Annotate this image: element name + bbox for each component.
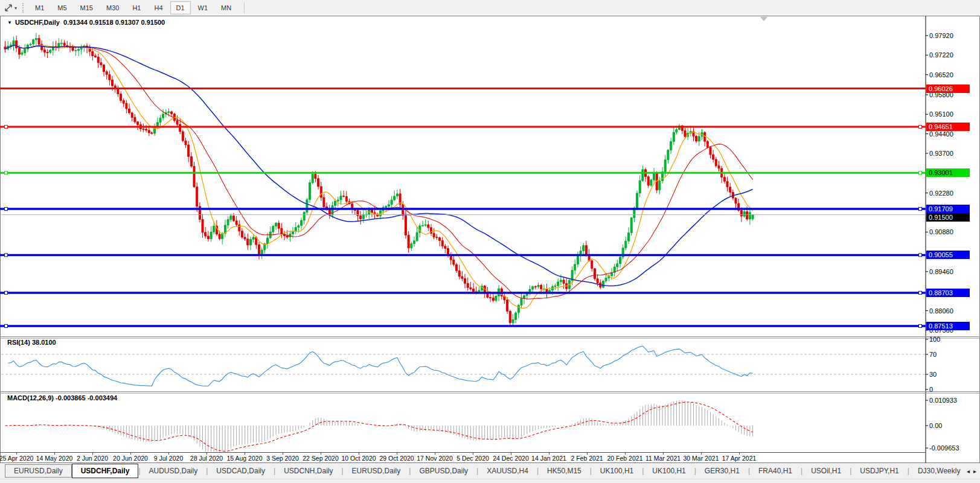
- line-handle[interactable]: [919, 126, 922, 129]
- price-chart[interactable]: [0, 16, 980, 464]
- date-tick-mark: [473, 452, 473, 455]
- chart-title: ▼USDCHF,Daily 0.91344 0.91518 0.91307 0.…: [7, 19, 165, 26]
- timeframe-button-m30[interactable]: M30: [100, 1, 125, 14]
- toolbar-grip: [22, 3, 24, 13]
- macd-axis-tick: 0.010933: [929, 397, 957, 404]
- tab-uk100-h1[interactable]: UK100,H1: [592, 465, 642, 477]
- tab-gbpusd-daily[interactable]: GBPUSD,Daily: [411, 465, 476, 477]
- tab-scroll-arrows: ◂ ▸: [963, 468, 980, 475]
- rsi-axis-tick: 30: [929, 371, 937, 378]
- chart-tabbar: EURUSD,DailyUSDCHF,Daily|AUDUSD,Daily|US…: [0, 463, 980, 479]
- tabs-scroll-left-icon[interactable]: ◂: [967, 468, 970, 475]
- date-label: 2 Jun 2020: [77, 455, 108, 462]
- tab-usdjpy-h1[interactable]: USDJPY,H1: [851, 465, 907, 477]
- line-handle[interactable]: [5, 254, 8, 257]
- price-axis-tick: 0.97220: [929, 51, 953, 59]
- hline-price-label[interactable]: 0.96026: [926, 85, 970, 93]
- timeframe-button-m1[interactable]: M1: [29, 1, 50, 14]
- date-tick-mark: [587, 452, 588, 455]
- tab-usdcnh-daily[interactable]: USDCNH,Daily: [275, 465, 341, 477]
- price-axis-tick: 0.92280: [929, 190, 953, 197]
- macd-label: MACD(12,26,9) -0.003865 -0.003494: [7, 394, 117, 401]
- tab-ger30-h1[interactable]: GER30,H1: [696, 465, 748, 477]
- chart-symbol-label: USDCHF,Daily: [15, 19, 60, 26]
- tab-usdchf-daily[interactable]: USDCHF,Daily: [72, 464, 139, 478]
- timeframe-button-h4[interactable]: H4: [148, 1, 168, 14]
- crosshair-tool-button[interactable]: ▾: [2, 1, 19, 14]
- status-bar: [0, 479, 980, 483]
- line-handle[interactable]: [5, 324, 8, 327]
- date-tick-mark: [739, 452, 740, 455]
- line-handle[interactable]: [5, 171, 8, 174]
- chart-tabs: EURUSD,DailyUSDCHF,Daily|AUDUSD,Daily|US…: [0, 463, 963, 479]
- line-handle[interactable]: [5, 291, 8, 294]
- timeframe-button-m15[interactable]: M15: [74, 1, 99, 14]
- date-label: 17 Apr 2021: [722, 455, 757, 462]
- date-label: 5 Dec 2020: [456, 455, 489, 462]
- hline-price-label[interactable]: 0.90055: [926, 251, 970, 259]
- tab-audusd-daily[interactable]: AUDUSD,Daily: [141, 465, 207, 477]
- tab-eurusd-daily[interactable]: EURUSD,Daily: [344, 465, 409, 477]
- hline-price-label[interactable]: 0.91709: [926, 205, 970, 213]
- tab-uk100-h1[interactable]: UK100,H1: [644, 465, 694, 477]
- date-tick-mark: [130, 452, 131, 455]
- chevron-down-icon[interactable]: ▾: [14, 5, 17, 11]
- tab-xauusd-h4[interactable]: XAUUSD,H4: [478, 465, 537, 477]
- date-label: 22 Sep 2020: [303, 455, 339, 462]
- line-handle[interactable]: [5, 207, 8, 210]
- date-tick-mark: [16, 452, 17, 455]
- chart-shift-marker-icon[interactable]: [760, 17, 767, 21]
- date-label: 24 Dec 2020: [493, 455, 529, 462]
- tab-dj30-weekly[interactable]: DJ30,Weekly: [909, 465, 963, 477]
- date-tick-mark: [359, 452, 359, 455]
- date-tick-mark: [245, 452, 245, 455]
- hline-price-label[interactable]: 0.87513: [926, 322, 970, 330]
- collapse-triangle-icon[interactable]: ▼: [7, 20, 12, 25]
- timeframe-button-d1[interactable]: D1: [170, 1, 191, 14]
- date-label: 15 Aug 2020: [227, 455, 263, 462]
- current-price-label: 0.91500: [926, 213, 970, 222]
- hline-price-label[interactable]: 0.93001: [926, 168, 970, 177]
- price-axis-tick: 0.94400: [929, 130, 953, 138]
- tab-eurusd-daily[interactable]: EURUSD,Daily: [5, 464, 72, 478]
- macd-axis-tick: -0.009653: [929, 444, 959, 452]
- line-handle[interactable]: [919, 291, 922, 294]
- tab-fra40-h1[interactable]: FRA40,H1: [750, 465, 801, 477]
- date-label: 14 May 2020: [36, 455, 73, 462]
- line-handle[interactable]: [919, 254, 922, 257]
- date-label: 14 Jan 2021: [531, 455, 566, 462]
- date-label: 30 Mar 2021: [684, 455, 719, 462]
- line-handle[interactable]: [919, 207, 922, 210]
- date-label: 10 Oct 2020: [341, 455, 376, 462]
- price-axis-tick: 0.89460: [929, 268, 953, 275]
- date-label: 20 Jun 2020: [113, 455, 148, 462]
- line-handle[interactable]: [919, 171, 922, 174]
- timeframe-button-mn[interactable]: MN: [215, 1, 237, 14]
- price-axis-tick: 0.90880: [929, 228, 953, 235]
- price-axis-tick: 0.95100: [929, 110, 953, 118]
- date-label: 25 Apr 2020: [0, 455, 33, 462]
- chart-window-border: [1, 16, 980, 463]
- tabs-scroll-right-icon[interactable]: ▸: [973, 468, 976, 475]
- hline-price-label[interactable]: 0.88703: [926, 289, 970, 297]
- date-tick-mark: [549, 452, 549, 455]
- line-handle[interactable]: [5, 126, 8, 129]
- line-handle[interactable]: [919, 324, 922, 327]
- timeframe-button-h1[interactable]: H1: [126, 1, 147, 14]
- tab-hk50-m15[interactable]: HK50,M15: [539, 465, 590, 477]
- date-tick-mark: [435, 452, 435, 455]
- date-label: 3 Sep 2020: [266, 455, 299, 462]
- chart-ohlc-values: 0.91344 0.91518 0.91307 0.91500: [63, 19, 165, 26]
- hline-price-label[interactable]: 0.94651: [926, 123, 970, 131]
- timeframe-button-m5[interactable]: M5: [51, 1, 72, 14]
- rsi-axis-tick: 0: [929, 386, 933, 393]
- date-tick-mark: [625, 452, 626, 455]
- tab-usdcad-daily[interactable]: USDCAD,Daily: [208, 465, 274, 477]
- date-tick-mark: [168, 452, 169, 455]
- timeframe-button-w1[interactable]: W1: [192, 1, 214, 14]
- date-tick-mark: [54, 452, 55, 455]
- macd-axis-tick: 0.00: [929, 422, 942, 429]
- toolbar: ▾ M1M5M15M30H1H4D1W1MN: [0, 0, 980, 16]
- chart-cursor-icon: [4, 3, 13, 13]
- tab-usoil-h1[interactable]: USOil,H1: [802, 465, 850, 477]
